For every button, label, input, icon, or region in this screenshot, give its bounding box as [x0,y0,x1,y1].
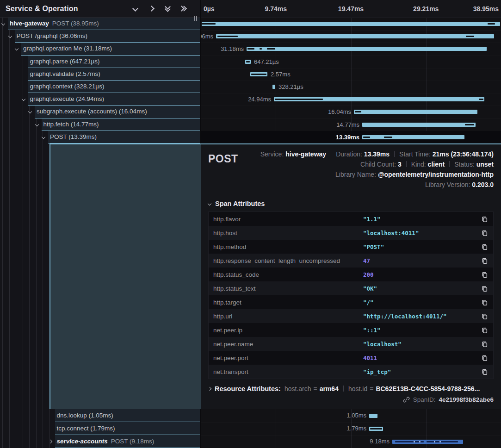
panel-resize-handle[interactable] [194,16,197,21]
meta-value: 13.39ms [364,150,390,158]
copy-icon[interactable] [480,312,489,320]
copy-icon[interactable] [480,256,489,265]
chevron-down-icon[interactable] [21,97,25,101]
copy-icon[interactable] [480,340,489,348]
copy-icon[interactable] [480,270,489,279]
tree-span-row[interactable]: http.fetch (14.77ms) [0,118,200,131]
timeline-span-row[interactable]: 9.18ms [201,435,501,448]
detail-meta: Service: hive-gatewayDuration: 13.39msSt… [238,149,494,190]
span-duration-bar[interactable] [362,135,464,139]
attribute-row: net.peer.ip"::1" [209,323,493,337]
chevron-down-icon[interactable] [28,110,32,113]
chevron-down-icon[interactable] [1,22,5,25]
span-duration-label: 24.94ms [248,93,271,106]
span-attributes-header[interactable]: Span Attributes [208,200,494,207]
axis-tick: 9.74ms [265,0,287,18]
timeline-span-row[interactable]: 24.94ms [201,93,501,106]
attribute-key: http.target [213,299,363,306]
span-duration-bar[interactable] [216,34,494,38]
resource-attributes-row[interactable]: Resource Attributes: host.arch=arm64host… [208,385,494,392]
timeline-span-row[interactable]: 13.39ms [201,131,501,144]
timeline-span-row[interactable]: 36.06ms [201,30,501,43]
timeline-span-row[interactable]: 328.21µs [201,81,501,93]
span-duration-bar[interactable] [274,97,484,101]
collapse-one-icon[interactable] [132,6,138,12]
copy-icon[interactable] [480,215,489,223]
timeline-span-row[interactable]: 16.04ms [201,106,501,118]
copy-icon[interactable] [480,354,489,362]
copy-icon[interactable] [480,243,489,251]
span-duration-label: 36.06ms [201,30,213,43]
copy-icon[interactable] [480,367,489,376]
copy-icon[interactable] [480,284,489,292]
attribute-key: http.method [213,243,363,250]
tree-row-band: http.fetch (14.77ms) [42,118,200,131]
tree-span-row[interactable]: subgraph.execute (accounts) (16.04ms) [0,106,200,118]
meta-label: Status: [454,161,476,168]
chevron-right-icon[interactable] [48,439,52,443]
span-duration-bar[interactable] [250,72,267,76]
timeline-span-row[interactable]: 31.18ms [201,43,501,56]
span-duration-bar[interactable] [245,60,251,64]
collapse-all-icon[interactable] [164,6,171,12]
tree-span-row[interactable]: dns.lookup (1.05ms) [0,409,200,422]
timeline-span-row[interactable]: 14.77ms [201,118,501,131]
attribute-key: net.transport [213,368,363,375]
span-duration-label: 14.77ms [336,118,359,131]
span-duration-label: 1.05ms [346,409,366,422]
tree-span-row[interactable]: POST /graphql (36.06ms) [0,30,200,43]
tree-span-row[interactable]: graphql.execute (24.94ms) [0,93,200,106]
meta-label: Duration: [336,150,364,158]
span-duration-bar[interactable] [272,85,275,89]
span-duration-bar[interactable] [354,110,477,114]
timeline-span-row[interactable]: 1.79ms [201,422,501,436]
attribute-value: "localhost" [363,341,480,348]
expand-all-icon[interactable] [180,6,187,12]
tree-span-row[interactable]: graphql.parse (647.21µs) [0,56,200,68]
tree-row-band: hive-gatewayPOST (38.95ms) [8,18,200,30]
chevron-down-icon[interactable] [8,34,12,38]
meta-label: Service: [260,150,285,158]
timeline-span-row[interactable]: 38.95ms [201,18,501,31]
copy-icon[interactable] [480,298,489,306]
attribute-row: http.response_content_length_uncompresse… [209,254,493,268]
timeline-span-row[interactable]: 2.57ms [201,68,501,81]
attribute-row: net.transport"ip_tcp" [209,365,493,379]
span-duration-bar[interactable] [392,440,463,444]
tree-span-row[interactable]: tcp.connect (1.79ms) [0,422,200,435]
tree-row-label: dns.lookup (1.05ms) [55,409,113,422]
attribute-value: "ip_tcp" [363,368,480,375]
span-duration-bar[interactable] [369,427,383,431]
tree-row-band: tcp.connect (1.79ms) [55,422,200,435]
span-duration-bar[interactable] [247,47,487,51]
tree-span-row[interactable]: POST (13.39ms) [0,131,200,143]
chevron-down-icon[interactable] [15,47,19,50]
tree-span-row[interactable]: hive-gatewayPOST (38.95ms) [0,18,200,30]
span-id-label: SpanID: [413,396,436,403]
copy-icon[interactable] [480,326,489,334]
attribute-key: net.peer.port [213,355,363,361]
span-duration-bar[interactable] [362,123,476,127]
tree-span-row[interactable]: graphql.operation Me (31.18ms) [0,43,200,55]
chevron-down-icon[interactable] [42,135,45,139]
timeline-span-row[interactable]: 1.05ms [201,409,501,423]
axis-tick: 19.47ms [338,0,364,18]
attribute-row: http.url"http://localhost:4011/" [209,309,493,323]
expand-one-icon[interactable] [148,6,155,12]
span-duration-bar[interactable] [369,414,377,418]
timeline-axis: 0µs9.74ms19.47ms29.21ms38.95ms [201,0,501,18]
tree-span-row[interactable]: graphql.validate (2.57ms) [0,68,200,81]
span-attributes-table: http.flavor"1.1"http.host"localhost:4011… [208,212,494,379]
resource-attributes-title: Resource Attributes: [215,385,281,392]
chevron-down-icon[interactable] [35,122,38,126]
tree-span-row[interactable]: graphql.context (328.21µs) [0,81,200,93]
copy-icon[interactable] [480,229,489,237]
span-duration-bar[interactable] [202,22,500,26]
attribute-key: http.flavor [213,216,363,223]
attribute-value: "POST" [363,243,480,250]
tree-span-row[interactable]: service-accountsPOST (9.18ms) [0,435,200,448]
timeline-span-row[interactable]: 647.21µs [201,56,501,68]
timeline-panel: 0µs9.74ms19.47ms29.21ms38.95ms 38.95ms36… [201,0,501,448]
link-icon[interactable] [403,396,410,403]
meta-label: Kind: [411,161,428,168]
